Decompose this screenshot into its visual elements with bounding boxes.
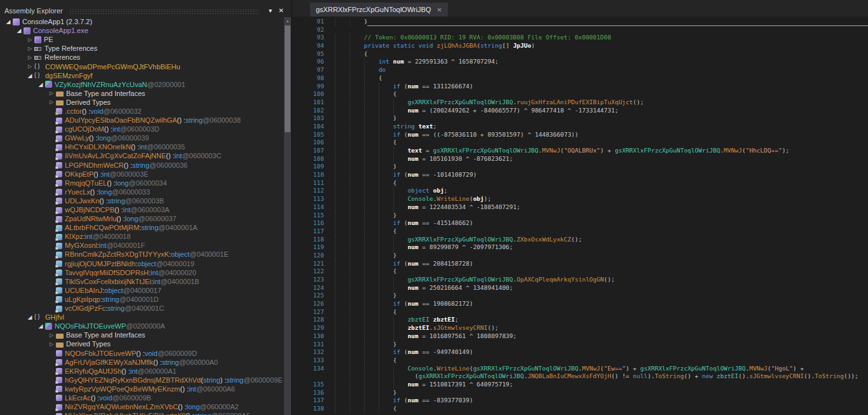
tree-item[interactable]: ▷COWWEQswDPmePcGWmQJtFVhbBiEHu — [0, 62, 284, 71]
tree-item[interactable]: ◢dgSEMzvnFgyf — [0, 71, 284, 80]
editor-tab[interactable]: gsXRRXlxFPrzcXpGuNToqlOWriJBQ ✕ — [310, 3, 448, 17]
expand-arrow-icon[interactable]: ▷ — [47, 341, 56, 347]
code-line: 130num = 1016897561 ^ 1808097839; — [292, 332, 868, 341]
tree-item[interactable]: NUcXIgzJYRqIvjUkcbTVIjvFiBijLcrtzX0() : … — [0, 411, 284, 415]
tree-item[interactable]: hGyQlHYEZNqRyKxnBGdnsjMZBTRdXhVd(string)… — [0, 376, 284, 384]
tree-item[interactable]: wQJBjNCDCPB() : int @0600003A — [0, 205, 284, 214]
tree-label: long — [98, 134, 111, 142]
tree-item[interactable]: vcOlGdjPzFc : string @0400001C — [0, 304, 284, 313]
indent-guide — [335, 292, 349, 300]
tree-item[interactable]: ◢ConsoleApp1 (2.3.7.2) — [0, 17, 284, 26]
tree-label: Derived Types — [66, 340, 111, 348]
tree-item[interactable]: ADuIYpcyESlbaOaoFbBNQZwilhGA() : string … — [0, 116, 284, 125]
tree-item[interactable]: ▷Derived Types — [0, 98, 284, 107]
tree-item[interactable]: NirZVRgqYAiQWuebnNexLZmXVbC() : long @06… — [0, 402, 284, 411]
tree-item[interactable]: ▷Base Type and Interfaces — [0, 330, 284, 339]
tree-label: object — [171, 250, 189, 258]
tree-item[interactable]: ▷Base Type and Interfaces — [0, 89, 284, 98]
tree-item[interactable]: TavvglVqqrMiiDfSDOPRsH : int @04000020 — [0, 268, 284, 277]
code-token: -875836110 — [440, 131, 477, 138]
indent-guide — [379, 228, 393, 236]
tree-item[interactable]: ▷References — [0, 53, 284, 62]
code-line: 103} — [292, 114, 868, 123]
tree-item[interactable]: AgFrUVjaGlfKEWyXaNJMflk() : string @0600… — [0, 358, 284, 367]
tree-item[interactable]: ◢NQOsFbkJTOEuveWP @0200000A — [0, 322, 284, 330]
tree-item[interactable]: EKRyfuQgAUfJSh() : int @060000A1 — [0, 367, 284, 376]
tab-close-icon[interactable]: ✕ — [437, 6, 442, 13]
tree-item[interactable]: rgjiujOjOUMJPztBNldh : object @04000019 — [0, 259, 284, 268]
tree-item[interactable]: UCUEbAInJ : object @04000017 — [0, 286, 284, 295]
expand-arrow-icon[interactable]: ▷ — [25, 64, 34, 69]
collapse-arrow-icon[interactable]: ◢ — [25, 72, 34, 79]
tree-item[interactable]: LPGPNDhmWeCR() : string @06000036 — [0, 161, 284, 170]
code-content[interactable]: 91}9293// Token: 0x06000013 RID: 19 RVA:… — [292, 17, 868, 415]
code-line: 106{ — [292, 139, 868, 147]
line-number: 101 — [292, 99, 335, 107]
tree-item[interactable]: ◢GHjfvl — [0, 313, 284, 322]
tree-item[interactable]: ALtbrbFhCQwPOtMjRM : string @0400001A — [0, 223, 284, 232]
collapse-arrow-icon[interactable]: ◢ — [36, 81, 45, 88]
tree-item[interactable]: ◢ConsoleApp1.exe — [0, 26, 284, 35]
tree-item[interactable]: MyGXosnl : int @0400001F — [0, 241, 284, 250]
panel-close-icon[interactable]: ✕ — [276, 6, 287, 16]
indent-guide — [349, 83, 364, 91]
line-number: 128 — [292, 316, 335, 324]
code-token: ) — [470, 260, 473, 267]
tree-label: dgSEMzvnFgyf — [45, 72, 93, 79]
tree-label: () : — [91, 394, 99, 402]
code-token: // Token: 0x06000013 RID: 19 RVA: 0x0000… — [364, 34, 611, 41]
tree-item[interactable]: ZpaUdNRtwMrlu() : long @06000037 — [0, 214, 284, 223]
tree-item[interactable]: IiVmUvAvLJrCgXvCatZoFAjNNE() : int @0600… — [0, 151, 284, 160]
expand-arrow-icon[interactable]: ▷ — [25, 46, 34, 51]
indent-guide — [379, 90, 393, 99]
indent-guide — [379, 243, 393, 252]
expand-arrow-icon[interactable]: ▷ — [47, 99, 56, 105]
code-token: if — [393, 300, 400, 307]
tree-item[interactable]: ◢VZyKozjfNhVZRnuAzYcUvaN @02000001 — [0, 80, 284, 89]
tree-item[interactable]: .cctor() : void @06000032 — [0, 107, 284, 116]
tree-item[interactable]: rYuecLx() : long @06000033 — [0, 187, 284, 196]
code-token: 1448366073 — [535, 131, 571, 138]
field-icon — [56, 306, 62, 312]
tree-item[interactable]: kwtyRpzVpWQPoeQxBeWMyEKnzm() : int @0600… — [0, 384, 284, 393]
code-token: string — [393, 123, 415, 130]
tree-scrollbar[interactable]: ▲ — [284, 17, 291, 415]
collapse-arrow-icon[interactable]: ◢ — [36, 323, 45, 329]
expand-arrow-icon[interactable]: ▷ — [25, 37, 34, 43]
tree-item[interactable]: RmqjqQTuEL() : long @06000034 — [0, 179, 284, 187]
code-token: ^ — [564, 107, 574, 114]
tree-item[interactable]: ▷Derived Types — [0, 339, 284, 348]
collapse-arrow-icon[interactable]: ◢ — [15, 27, 24, 34]
tree-item[interactable]: GWwLy() : long @06000039 — [0, 133, 284, 142]
class-icon — [45, 81, 52, 88]
tree-label: vcOlGdjPzFc — [65, 304, 105, 312]
tree-item[interactable]: HhCYxiDLXNOneIkN() : int @06000035 — [0, 142, 284, 151]
collapse-arrow-icon[interactable]: ◢ — [25, 314, 34, 320]
tree-item[interactable]: LkEcrAc() : void @0600009B — [0, 393, 284, 402]
tree-item[interactable]: UDLJwxKn() : string @0600003B — [0, 196, 284, 205]
tree-item[interactable]: TlklSvCoxFcellxbixijNkTtJEi : int @04000… — [0, 277, 284, 286]
code-token: 105161930 — [430, 155, 462, 162]
tree-item[interactable]: ▷Type References — [0, 44, 284, 53]
panel-menu-chevron-icon[interactable]: ▾ — [265, 6, 276, 16]
tree-label: () : — [107, 179, 115, 187]
scrollbar-thumb[interactable] — [285, 25, 290, 132]
expand-arrow-icon[interactable]: ▷ — [47, 90, 56, 96]
scrollbar-up-arrow-icon[interactable]: ▲ — [284, 17, 291, 25]
method-priv-icon — [56, 189, 62, 195]
code-token: do — [379, 66, 386, 73]
tree-item[interactable]: ▷PE — [0, 35, 284, 44]
tree-item[interactable]: KlXpz : int @04000018 — [0, 232, 284, 241]
line-number: 106 — [292, 139, 335, 147]
tree-item[interactable]: uLgKpiIpqp : string @0400001D — [0, 295, 284, 304]
expand-arrow-icon[interactable]: ▷ — [25, 55, 34, 60]
indent-guide — [349, 276, 364, 284]
expand-arrow-icon[interactable]: ▷ — [47, 332, 56, 338]
tree-item[interactable]: NQOsFbkJTOEuveWP() : void @0600009D — [0, 348, 284, 357]
collapse-arrow-icon[interactable]: ◢ — [4, 18, 13, 25]
tree-item[interactable]: OKkpEtP() : int @0600003E — [0, 170, 284, 179]
tree-item[interactable]: RBnnCmlkZpZctRsXDgTfJYYyxK : object @040… — [0, 250, 284, 259]
tree-label: () : — [136, 350, 144, 357]
tree-item[interactable]: cgUCOjDoM() : int @0600003D — [0, 125, 284, 133]
tree-label: ) : — [220, 376, 227, 384]
